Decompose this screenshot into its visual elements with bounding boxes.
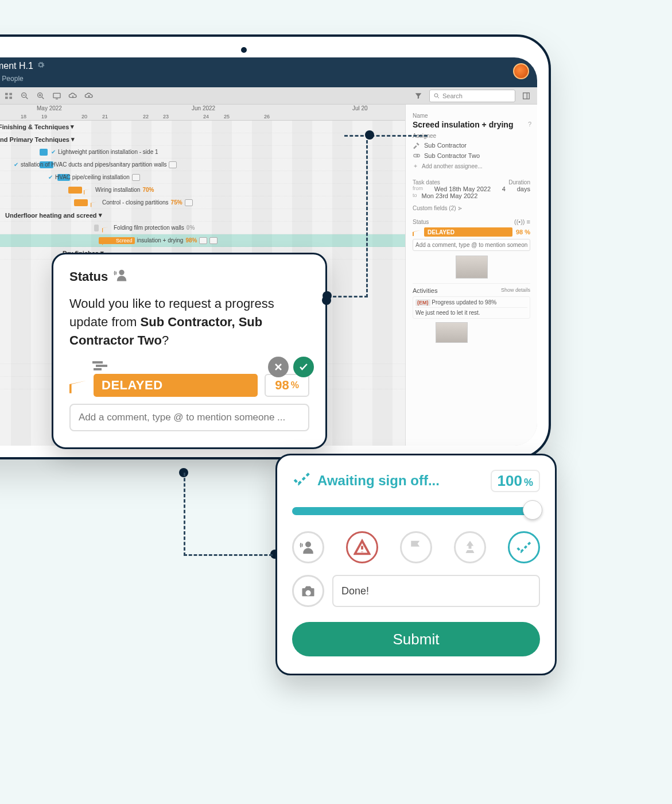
check-icon: ✔ xyxy=(14,161,18,168)
flag-icon xyxy=(413,228,421,236)
task-name[interactable]: Screed insulation + drying xyxy=(413,120,530,129)
show-details-link[interactable]: Show details xyxy=(501,287,530,294)
custom-fields-toggle[interactable]: Custom fields (2) ⪢ xyxy=(413,205,530,211)
pct-box[interactable]: 100% xyxy=(491,470,540,492)
tab-list: w Tasks People xyxy=(0,75,24,87)
comment-input[interactable] xyxy=(332,575,540,607)
status-pct: 98 % xyxy=(516,229,530,235)
slider-track xyxy=(292,507,540,515)
link-icon xyxy=(413,152,421,160)
add-assignee[interactable]: ＋ Add another assignee... xyxy=(413,162,530,170)
status-option-warning[interactable] xyxy=(346,531,378,563)
photo-thumbnail[interactable] xyxy=(456,256,488,279)
task-pct: 0% xyxy=(187,225,195,231)
cloud-upload-icon[interactable] xyxy=(84,91,94,101)
assignee-row[interactable]: Sub Contractor Two xyxy=(413,152,530,160)
gear-icon[interactable] xyxy=(37,61,45,71)
msg-suffix: ? xyxy=(162,333,169,347)
help-icon[interactable]: ? xyxy=(528,121,531,127)
field-label: Name xyxy=(413,113,530,119)
date-to[interactable]: Mon 23rd May 2022 xyxy=(422,192,478,199)
filter-icon[interactable] xyxy=(413,91,424,101)
status-option-flag[interactable] xyxy=(400,531,432,563)
task-text: Lightweight partition installation - sid… xyxy=(58,149,158,155)
day-label: 24 xyxy=(203,114,209,119)
status-comment-input[interactable] xyxy=(413,239,530,251)
cloud-download-icon[interactable] xyxy=(68,91,78,101)
slider-thumb[interactable] xyxy=(523,500,542,520)
webcam-dot xyxy=(241,47,247,53)
status-option-worker[interactable] xyxy=(454,531,486,563)
flag-icon xyxy=(69,377,87,393)
status-badge[interactable]: DELAYED xyxy=(94,374,258,397)
connector-dot xyxy=(365,130,374,140)
task-text: insulation + drying xyxy=(137,237,184,243)
task-text: stallation of HVAC ducts and pipes/sanit… xyxy=(21,161,166,168)
toolbar: ▾ Search xyxy=(0,87,537,105)
app-topbar: - Appartement H.1 w Tasks People xyxy=(0,57,537,87)
camera-button[interactable] xyxy=(292,575,324,607)
zoom-in-icon[interactable] xyxy=(36,91,46,101)
photo-thumbnail[interactable] xyxy=(436,322,468,343)
pct-unit: % xyxy=(524,477,533,488)
month-label: Jul 20 xyxy=(352,105,368,111)
search-icon xyxy=(433,92,440,99)
pct-value: 98 xyxy=(275,378,289,393)
from-label: from xyxy=(413,185,423,192)
pct-value: 100 xyxy=(498,472,522,489)
view-toggle-icon[interactable] xyxy=(3,91,14,101)
month-label: Jun 2022 xyxy=(192,105,215,111)
activity-comment: We just need to let it rest. xyxy=(415,307,527,316)
task-text: Folding film protection walls xyxy=(114,225,184,231)
field-label: Assignee xyxy=(413,133,530,139)
attachment-icon xyxy=(169,161,177,168)
cancel-button[interactable] xyxy=(268,357,289,377)
duration-value[interactable]: 4 xyxy=(502,185,506,192)
status-option-complete[interactable] xyxy=(508,531,540,563)
flag-icon xyxy=(91,200,98,207)
task-text: HVAC pipe/ceiling installation xyxy=(55,174,130,180)
broadcast-person-icon xyxy=(114,267,130,287)
panel-collapse-icon[interactable] xyxy=(521,91,531,101)
submit-button[interactable]: Submit xyxy=(292,622,540,656)
status-icon-row xyxy=(292,531,540,563)
task-text: Wiring installation xyxy=(95,187,140,193)
broadcast-icon[interactable]: ((•)) ≡ xyxy=(514,218,530,225)
fit-screen-icon[interactable] xyxy=(52,91,62,101)
avatar[interactable] xyxy=(513,63,529,79)
tab-people[interactable]: People xyxy=(2,75,23,87)
search-placeholder: Search xyxy=(442,92,463,99)
gantt-icon xyxy=(92,361,107,370)
task-screed-pill: Screed xyxy=(114,237,135,244)
activities-label: Activities xyxy=(413,287,437,294)
day-label: 19 xyxy=(41,114,47,119)
search-box[interactable]: Search xyxy=(429,90,515,102)
assignee-name: Sub Contractor xyxy=(424,142,467,149)
svg-rect-5 xyxy=(53,93,60,98)
svg-rect-7 xyxy=(523,92,530,99)
progress-slider[interactable] xyxy=(292,502,540,519)
assignee-row[interactable]: Sub Contractor xyxy=(413,141,530,149)
connector-line xyxy=(328,296,368,297)
duration-unit: days xyxy=(517,185,530,192)
flag-icon xyxy=(84,188,91,195)
field-label: Duration xyxy=(508,179,530,185)
field-label: Task dates xyxy=(413,179,440,185)
status-bar[interactable]: DELAYED 98 % xyxy=(413,227,530,237)
confirm-button[interactable] xyxy=(293,357,314,377)
zoom-out-icon[interactable] xyxy=(20,91,30,101)
date-from[interactable]: Wed 18th May 2022 xyxy=(434,185,491,192)
check-icon: ✔ xyxy=(51,149,56,155)
status-option-notify[interactable] xyxy=(292,531,324,563)
add-assignee-text: Add another assignee... xyxy=(422,163,483,169)
status-dialog: Status Would you like to request a progr… xyxy=(52,253,327,449)
group-label: Underfloor heating and screed xyxy=(5,212,97,219)
status-comment-input[interactable] xyxy=(69,404,309,431)
status-heading-text: Status xyxy=(69,269,108,284)
hammer-icon xyxy=(413,141,421,149)
activity-item: (EM) Progress updated to 98% We just nee… xyxy=(413,296,530,319)
month-label: May 2022 xyxy=(37,105,62,111)
mobile-card: Awaiting sign off... 100% Submit xyxy=(275,454,557,675)
attachment-icon xyxy=(209,237,217,244)
user-badge: (EM) xyxy=(415,299,430,306)
